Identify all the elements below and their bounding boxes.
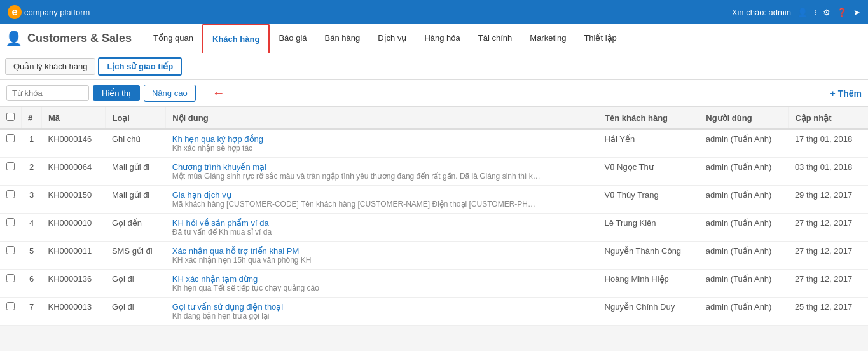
nav-tab-khách-hàng[interactable]: Khách hàng — [202, 24, 270, 53]
row-checkbox-0 — [0, 129, 22, 158]
row-check-2[interactable] — [6, 190, 15, 198]
row-date: 17 thg 01, 2018 — [789, 129, 868, 158]
row-content-title[interactable]: Xác nhận qua hỗ trợ triển khai PM — [172, 246, 592, 256]
nav-tabs: Tổng quanKhách hàngBáo giáBán hàngDịch v… — [144, 24, 626, 53]
filter-bar: Hiển thị Nâng cao ← + Thêm — [0, 80, 868, 107]
row-content: Kh hẹn qua ký hợp đồng Kh xác nhận sẽ hợ… — [166, 129, 598, 158]
sub-tab-lịch-sử-giao-tiếp[interactable]: Lịch sử giao tiếp — [98, 57, 182, 76]
row-content: Gọi tư vấn sử dụng điện thoại Kh đang bậ… — [166, 298, 598, 326]
nav-tab-dịch-vụ[interactable]: Dịch vụ — [369, 24, 415, 53]
sub-tab-quản-lý-khách-hàng[interactable]: Quản lý khách hàng — [5, 58, 95, 75]
nav-tab-thiết-lập[interactable]: Thiết lập — [575, 24, 625, 53]
select-all-checkbox[interactable] — [6, 113, 15, 121]
row-content-sub: Mã khách hàng [CUSTOMER-CODE] Tên khách … — [172, 200, 541, 209]
table-row: 2 KH0000064 Mail gửi đi Chương trình khu… — [0, 158, 868, 186]
row-checkbox-1 — [0, 158, 22, 186]
header-customer: Tên khách hàng — [598, 107, 699, 129]
row-code: KH0000136 — [41, 270, 105, 298]
row-date: 27 thg 12, 2017 — [789, 270, 868, 298]
row-code: KH0000150 — [41, 186, 105, 214]
row-check-1[interactable] — [6, 162, 15, 170]
row-customer: Hoàng Minh Hiệp — [598, 270, 699, 298]
row-num: 7 — [22, 298, 42, 326]
table-header-row: # Mã Loại Nội dung Tên khách hàng Người … — [0, 107, 868, 129]
help-icon[interactable]: ❓ — [837, 8, 847, 17]
row-type: Mail gửi đi — [106, 158, 166, 186]
add-button[interactable]: + Thêm — [830, 88, 862, 99]
search-input[interactable] — [6, 85, 89, 101]
row-content-title[interactable]: KH hỏi về sản phẩm ví da — [172, 218, 592, 228]
secondary-nav: 👤 Customers & Sales Tổng quanKhách hàngB… — [0, 24, 868, 53]
table-row: 6 KH0000136 Gọi đi KH xác nhận tạm dừng … — [0, 270, 868, 298]
nav-tab-hàng-hóa[interactable]: Hàng hóa — [415, 24, 469, 53]
header-content: Nội dung — [166, 107, 598, 129]
row-checkbox-5 — [0, 270, 22, 298]
row-type: Gọi đến — [106, 214, 166, 242]
row-content-sub: Kh hẹn qua Tết sẽ tiếp tục chạy quảng cá… — [172, 284, 541, 292]
row-content-title[interactable]: Gia hạn dịch vụ — [172, 190, 592, 200]
brand-letter: e — [8, 5, 22, 19]
header-user: Người dùng — [699, 107, 789, 129]
row-user: admin (Tuấn Anh) — [699, 158, 789, 186]
row-num: 2 — [22, 158, 42, 186]
row-date: 27 thg 12, 2017 — [789, 242, 868, 270]
row-type: Mail gửi đi — [106, 186, 166, 214]
row-content: KH xác nhận tạm dừng Kh hẹn qua Tết sẽ t… — [166, 270, 598, 298]
nav-tab-tài-chính[interactable]: Tài chính — [469, 24, 521, 53]
row-check-6[interactable] — [6, 302, 15, 310]
row-num: 6 — [22, 270, 42, 298]
row-user: admin (Tuấn Anh) — [699, 270, 789, 298]
gear-icon[interactable]: ⚙ — [823, 8, 830, 17]
row-date: 25 thg 12, 2017 — [789, 298, 868, 326]
row-customer: Vũ Thùy Trang — [598, 186, 699, 214]
table-row: 1 KH0000146 Ghi chú Kh hẹn qua ký hợp đồ… — [0, 129, 868, 158]
user-icon[interactable]: 👤 — [797, 8, 808, 17]
row-content: Xác nhận qua hỗ trợ triển khai PM KH xác… — [166, 242, 598, 270]
section-title: 👤 Customers & Sales — [5, 31, 132, 47]
row-check-0[interactable] — [6, 134, 15, 142]
logout-icon[interactable]: ➤ — [853, 8, 860, 17]
nav-tab-tổng-quan[interactable]: Tổng quan — [144, 24, 202, 53]
top-bar-right: Xin chào: admin 👤 ⁝ ⚙ ❓ ➤ — [732, 8, 860, 17]
row-date: 27 thg 12, 2017 — [789, 214, 868, 242]
table-row: 4 KH0000010 Gọi đến KH hỏi về sản phẩm v… — [0, 214, 868, 242]
greeting-text: Xin chào: admin — [732, 8, 791, 17]
row-num: 5 — [22, 242, 42, 270]
nav-tab-bán-hàng[interactable]: Bán hàng — [316, 24, 369, 53]
row-check-4[interactable] — [6, 246, 15, 254]
header-date: Cập nhật — [789, 107, 868, 129]
row-content: KH hỏi về sản phẩm ví da Đã tư vấn để Kh… — [166, 214, 598, 242]
search-button[interactable]: Hiển thị — [93, 85, 140, 101]
row-content: Chương trình khuyến mại Một mùa Giáng si… — [166, 158, 598, 186]
row-code: KH0000064 — [41, 158, 105, 186]
row-content-title[interactable]: Gọi tư vấn sử dụng điện thoại — [172, 302, 592, 312]
nav-tab-báo-giá[interactable]: Báo giá — [270, 24, 315, 53]
row-checkbox-6 — [0, 298, 22, 326]
section-title-text: Customers & Sales — [27, 32, 132, 45]
grid-icon[interactable]: ⁝ — [814, 8, 816, 17]
row-user: admin (Tuấn Anh) — [699, 214, 789, 242]
row-content-title[interactable]: Chương trình khuyến mại — [172, 162, 592, 172]
row-checkbox-4 — [0, 242, 22, 270]
row-type: Gọi đi — [106, 298, 166, 326]
row-type: SMS gửi đi — [106, 242, 166, 270]
row-customer: Hải Yến — [598, 129, 699, 158]
row-content-sub: Kh đang bận hẹn trưa gọi lại — [172, 312, 541, 320]
customers-icon: 👤 — [5, 31, 22, 47]
row-check-5[interactable] — [6, 274, 15, 282]
table-row: 5 KH0000011 SMS gửi đi Xác nhận qua hỗ t… — [0, 242, 868, 270]
row-num: 4 — [22, 214, 42, 242]
brand-name: company platform — [24, 8, 90, 17]
data-table: # Mã Loại Nội dung Tên khách hàng Người … — [0, 107, 868, 326]
row-content: Gia hạn dịch vụ Mã khách hàng [CUSTOMER-… — [166, 186, 598, 214]
row-check-3[interactable] — [6, 218, 15, 226]
row-user: admin (Tuấn Anh) — [699, 298, 789, 326]
row-code: KH0000146 — [41, 129, 105, 158]
advanced-filter-button[interactable]: Nâng cao — [144, 85, 196, 102]
row-num: 3 — [22, 186, 42, 214]
row-content-title[interactable]: KH xác nhận tạm dừng — [172, 274, 592, 284]
row-content-title[interactable]: Kh hẹn qua ký hợp đồng — [172, 134, 592, 144]
nav-tab-marketing[interactable]: Marketing — [521, 24, 575, 53]
row-code: KH0000010 — [41, 214, 105, 242]
top-bar: e company platform Xin chào: admin 👤 ⁝ ⚙… — [0, 0, 868, 24]
